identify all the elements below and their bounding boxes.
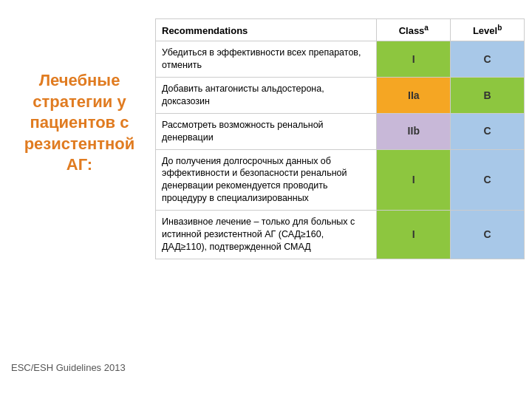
level-cell: B (451, 78, 525, 114)
rec-cell: Инвазивное лечение – только для больных … (156, 211, 377, 259)
table-row: До получения долгосрочных данных об эффе… (156, 149, 525, 211)
rec-cell: До получения долгосрочных данных об эффе… (156, 149, 377, 211)
level-cell: C (451, 211, 525, 259)
table-area: Recommendations Classa Levelb Убедиться … (155, 18, 525, 259)
level-header: Levelb (451, 19, 525, 41)
class-cell: I (377, 41, 451, 78)
recommendations-table: Recommendations Classa Levelb Убедиться … (155, 18, 525, 259)
table-row: Добавить антагонисты альдостерона, докса… (156, 78, 525, 114)
class-cell: I (377, 149, 451, 211)
level-superscript: b (497, 24, 502, 32)
left-subtitle: ESC/ESH Guidelines 2013 (11, 347, 148, 373)
page-wrapper: Лечебные стратегии у пациентов с резисте… (7, 18, 525, 381)
rec-header: Recommendations (156, 19, 377, 41)
rec-cell: Добавить антагонисты альдостерона, докса… (156, 78, 377, 114)
level-cell: C (451, 149, 525, 211)
class-header: Classa (377, 19, 451, 41)
rec-cell: Убедиться в эффективности всех препарато… (156, 41, 377, 78)
class-superscript: a (424, 24, 429, 32)
class-cell: IIa (377, 78, 451, 114)
table-row: Инвазивное лечение – только для больных … (156, 211, 525, 259)
rec-cell: Рассмотреть возможность ренальной денерв… (156, 113, 377, 149)
left-panel: Лечебные стратегии у пациентов с резисте… (7, 18, 155, 381)
class-cell: I (377, 211, 451, 259)
level-cell: C (451, 113, 525, 149)
class-cell: IIb (377, 113, 451, 149)
level-cell: C (451, 41, 525, 78)
table-row: Убедиться в эффективности всех препарато… (156, 41, 525, 78)
left-title: Лечебные стратегии у пациентов с резисте… (11, 70, 148, 176)
table-row: Рассмотреть возможность ренальной денерв… (156, 113, 525, 149)
